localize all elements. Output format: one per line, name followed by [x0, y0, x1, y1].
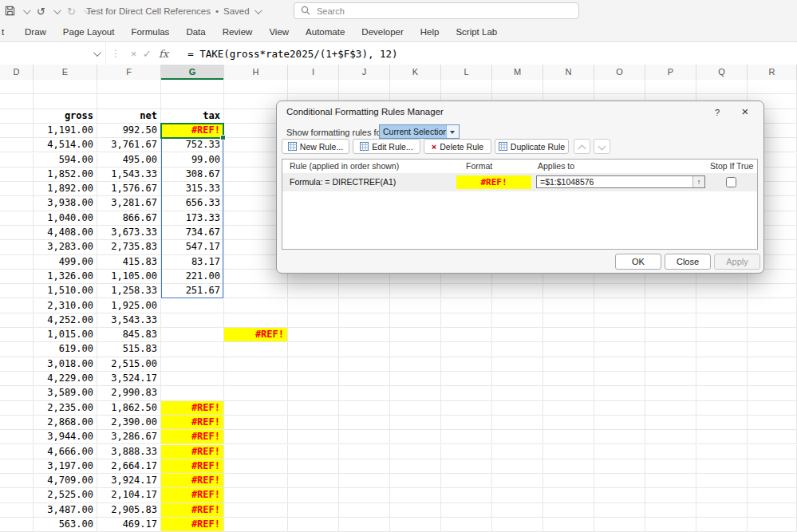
cell-I20[interactable]: [288, 357, 339, 372]
confirm-entry-icon[interactable]: ✓: [140, 48, 154, 60]
new-rule-button[interactable]: New Rule...: [282, 139, 349, 154]
cell-J27[interactable]: [339, 459, 390, 474]
cell-N25[interactable]: [543, 430, 594, 444]
cell-M27[interactable]: [492, 459, 543, 474]
cell-G25[interactable]: #REF!: [161, 430, 224, 444]
cell-G6[interactable]: 99.00: [161, 153, 224, 167]
cell-K18[interactable]: [390, 328, 441, 342]
tab-formulas[interactable]: Formulas: [131, 27, 169, 37]
delete-rule-button[interactable]: × Delete Rule: [424, 139, 491, 154]
cell-R23[interactable]: [748, 401, 797, 416]
cell-M18[interactable]: [492, 328, 543, 342]
cell-G28[interactable]: #REF!: [161, 474, 224, 488]
ok-button[interactable]: OK: [615, 254, 661, 270]
cell-Q25[interactable]: [696, 430, 748, 444]
cell-M25[interactable]: [492, 430, 543, 444]
cell-F31[interactable]: 469.17: [97, 518, 161, 532]
cell-N28[interactable]: [543, 474, 594, 488]
cell-E13[interactable]: 499.00: [34, 255, 97, 270]
cell-G17[interactable]: [161, 313, 224, 328]
cell-G7[interactable]: 308.67: [161, 167, 224, 182]
close-button[interactable]: Close: [665, 254, 711, 270]
cell-D28[interactable]: [0, 474, 34, 488]
cell-O20[interactable]: [594, 357, 645, 372]
cell-R21[interactable]: [748, 372, 797, 386]
insert-function-icon[interactable]: fx: [159, 48, 168, 60]
cell-N27[interactable]: [543, 459, 594, 474]
cell-N1[interactable]: [543, 80, 594, 94]
cell-N24[interactable]: [543, 416, 594, 430]
dialog-close-icon[interactable]: ×: [738, 104, 752, 119]
cell-H16[interactable]: [224, 299, 288, 313]
cell-E2[interactable]: [34, 94, 97, 108]
cell-O18[interactable]: [594, 328, 645, 342]
cell-K19[interactable]: [390, 342, 441, 357]
cell-Q22[interactable]: [696, 386, 748, 400]
cell-J19[interactable]: [339, 342, 390, 357]
cell-M16[interactable]: [492, 299, 543, 313]
cell-J21[interactable]: [339, 372, 390, 386]
cell-Q19[interactable]: [696, 342, 748, 357]
cell-P28[interactable]: [645, 474, 696, 488]
cell-E29[interactable]: 2,525.00: [34, 488, 97, 502]
cell-D14[interactable]: [0, 270, 34, 284]
cell-I27[interactable]: [288, 459, 339, 474]
cell-P19[interactable]: [645, 342, 696, 357]
cell-R31[interactable]: [748, 518, 797, 532]
cell-E14[interactable]: 1,326.00: [34, 270, 97, 284]
cell-G1[interactable]: [161, 80, 224, 94]
cell-F6[interactable]: 495.00: [97, 153, 161, 167]
column-header-E[interactable]: E: [34, 65, 97, 80]
cell-D11[interactable]: [0, 226, 34, 240]
cell-D10[interactable]: [0, 211, 34, 226]
column-header-L[interactable]: L: [441, 65, 492, 80]
cell-F10[interactable]: 866.67: [97, 211, 161, 226]
cell-M24[interactable]: [492, 416, 543, 430]
edit-rule-button[interactable]: Edit Rule...: [353, 139, 420, 154]
cell-K31[interactable]: [390, 518, 441, 532]
cell-F3[interactable]: net: [97, 109, 161, 124]
cell-I26[interactable]: [288, 445, 339, 459]
cell-G29[interactable]: #REF!: [161, 488, 224, 502]
cell-N19[interactable]: [543, 342, 594, 357]
cell-Q20[interactable]: [696, 357, 748, 372]
cell-I30[interactable]: [288, 503, 339, 518]
cell-E3[interactable]: gross: [34, 109, 97, 124]
cell-O21[interactable]: [594, 372, 645, 386]
search-input[interactable]: [315, 6, 572, 17]
cell-F16[interactable]: 1,925.00: [97, 299, 161, 313]
cell-L19[interactable]: [441, 342, 492, 357]
cell-P1[interactable]: [645, 80, 696, 94]
cell-J18[interactable]: [339, 328, 390, 342]
cell-R19[interactable]: [748, 342, 797, 357]
cell-M17[interactable]: [492, 313, 543, 328]
cell-O30[interactable]: [594, 503, 645, 518]
cell-L28[interactable]: [441, 474, 492, 488]
cell-E17[interactable]: 4,252.00: [34, 313, 97, 328]
cell-R27[interactable]: [748, 459, 797, 474]
cell-R1[interactable]: [748, 80, 797, 94]
cell-H19[interactable]: [224, 342, 288, 357]
cell-P25[interactable]: [645, 430, 696, 444]
cell-N21[interactable]: [543, 372, 594, 386]
column-header-F[interactable]: F: [97, 65, 161, 80]
cell-H15[interactable]: [224, 284, 288, 298]
cell-H30[interactable]: [224, 503, 288, 518]
cell-F21[interactable]: 3,524.17: [97, 372, 161, 386]
cell-O28[interactable]: [594, 474, 645, 488]
cell-J17[interactable]: [339, 313, 390, 328]
cell-E6[interactable]: 594.00: [34, 153, 97, 167]
cell-K29[interactable]: [390, 488, 441, 502]
cell-Q15[interactable]: [696, 284, 748, 298]
cell-E4[interactable]: 1,191.00: [34, 124, 97, 138]
cell-R18[interactable]: [748, 328, 797, 342]
search-box[interactable]: [294, 2, 579, 19]
cell-F2[interactable]: [97, 94, 161, 108]
cell-I18[interactable]: [288, 328, 339, 342]
cell-G4[interactable]: #REF!: [161, 124, 224, 138]
column-header-P[interactable]: P: [645, 65, 696, 80]
cell-H25[interactable]: [224, 430, 288, 444]
cell-I24[interactable]: [288, 416, 339, 430]
cell-P20[interactable]: [645, 357, 696, 372]
cell-Q18[interactable]: [696, 328, 748, 342]
